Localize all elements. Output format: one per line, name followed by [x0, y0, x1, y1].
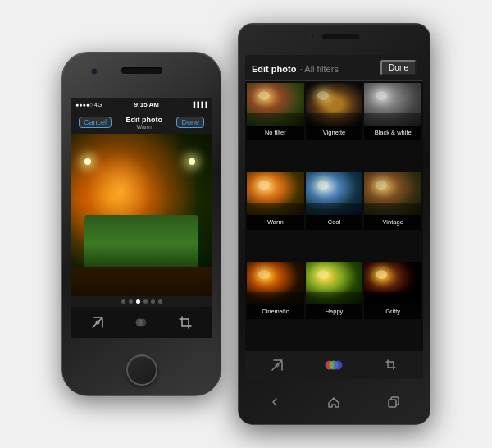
android-speaker [322, 34, 359, 39]
filter-warm[interactable]: Warm [247, 172, 304, 230]
android-bottom-toolbar [245, 351, 423, 379]
filter-warm-preview [247, 172, 304, 215]
android-crop-tool[interactable] [380, 354, 403, 377]
android-home-button[interactable] [321, 390, 346, 414]
dot-5 [151, 299, 155, 304]
filter-bw-label: Black & white [364, 126, 421, 139]
filter-bw-preview [364, 83, 421, 126]
filter-vignette-preview [306, 83, 363, 126]
filter-vintage[interactable]: Vintage [364, 172, 421, 230]
filter-gritty-preview [364, 262, 421, 304]
iphone-photo-preview [71, 134, 212, 296]
stadium-light-left [84, 158, 91, 165]
cancel-button[interactable]: Cancel [79, 117, 112, 128]
android-page-title: Edit photo [252, 64, 296, 74]
android-top-strip [310, 34, 359, 39]
filter-nofilter[interactable]: No filter [247, 83, 304, 140]
filter-warm-label: Warm [247, 215, 304, 229]
iphone-device: ●●●●○ 4G 9:15 AM ▐▐▐▐ Cancel Edit photo … [61, 52, 221, 396]
android-title-group: Edit photo · All filters [252, 61, 339, 75]
dot-2 [129, 299, 133, 304]
svg-rect-7 [389, 400, 396, 407]
iphone-speaker [121, 67, 162, 74]
android-device: Edit photo · All filters Done No filter … [238, 23, 430, 425]
dot-1 [121, 299, 125, 304]
dot-3 [136, 299, 140, 304]
android-screen: Edit photo · All filters Done No filter … [245, 55, 423, 379]
android-nav-bar [245, 386, 423, 418]
android-auto-fix-tool[interactable] [266, 354, 289, 377]
android-header: Edit photo · All filters Done [245, 55, 423, 81]
filter-bw[interactable]: Black & white [364, 83, 421, 140]
android-filter-tool[interactable] [322, 354, 345, 377]
filter-vignette[interactable]: Vignette [306, 83, 363, 140]
phones-container: ●●●●○ 4G 9:15 AM ▐▐▐▐ Cancel Edit photo … [53, 15, 439, 433]
filter-gritty-label: Gritty [364, 304, 421, 318]
filter-cinematic[interactable]: Cinematic [247, 262, 304, 319]
iphone-front-camera [91, 68, 98, 75]
filter-tool[interactable] [130, 311, 153, 334]
android-camera [310, 34, 316, 39]
dot-4 [144, 299, 148, 304]
stadium-field [84, 215, 198, 272]
pagination-dots [71, 296, 212, 307]
iphone-page-title: Edit photo [126, 116, 163, 124]
dot-6 [158, 299, 162, 304]
android-done-button[interactable]: Done [380, 60, 417, 75]
filter-happy[interactable]: Happy [306, 262, 363, 319]
crop-tool[interactable] [174, 311, 197, 334]
filter-happy-label: Happy [306, 304, 363, 318]
iphone-title-area: Edit photo Warm [126, 116, 163, 130]
time-display: 9:15 AM [134, 101, 159, 108]
filter-grid: No filter Vignette Black & white Warm Co [245, 81, 423, 351]
signal-indicator: ●●●●○ 4G [75, 102, 102, 107]
filter-nofilter-preview [247, 83, 304, 126]
iphone-screen: ●●●●○ 4G 9:15 AM ▐▐▐▐ Cancel Edit photo … [71, 98, 212, 338]
android-recents-button[interactable] [381, 390, 406, 414]
filter-vintage-label: Vintage [364, 215, 421, 229]
filter-nofilter-label: No filter [247, 126, 304, 139]
iphone-toolbar: Cancel Edit photo Warm Done [71, 111, 212, 134]
filter-cinematic-preview [247, 262, 304, 304]
iphone-filter-name: Warm [137, 124, 152, 130]
filter-cool[interactable]: Cool [306, 172, 363, 230]
filter-cool-preview [306, 172, 363, 215]
filter-cinematic-label: Cinematic [247, 304, 304, 318]
battery-indicator: ▐▐▐▐ [191, 102, 207, 107]
stadium-light-right [189, 158, 195, 165]
filter-vintage-preview [364, 172, 421, 215]
android-back-button[interactable] [262, 390, 287, 414]
stadium-crowd [71, 267, 212, 296]
iphone-status-bar: ●●●●○ 4G 9:15 AM ▐▐▐▐ [71, 98, 212, 111]
filter-vignette-label: Vignette [306, 126, 363, 139]
svg-point-6 [334, 361, 343, 370]
filter-happy-preview [306, 262, 363, 304]
filter-cool-label: Cool [306, 215, 363, 229]
auto-fix-tool[interactable] [86, 311, 109, 334]
filter-gritty[interactable]: Gritty [364, 262, 421, 319]
iphone-bottom-toolbar [71, 307, 212, 338]
svg-point-2 [139, 319, 147, 327]
android-filter-section: All filters [304, 64, 339, 74]
iphone-home-button[interactable] [126, 354, 157, 386]
done-button[interactable]: Done [176, 117, 204, 128]
